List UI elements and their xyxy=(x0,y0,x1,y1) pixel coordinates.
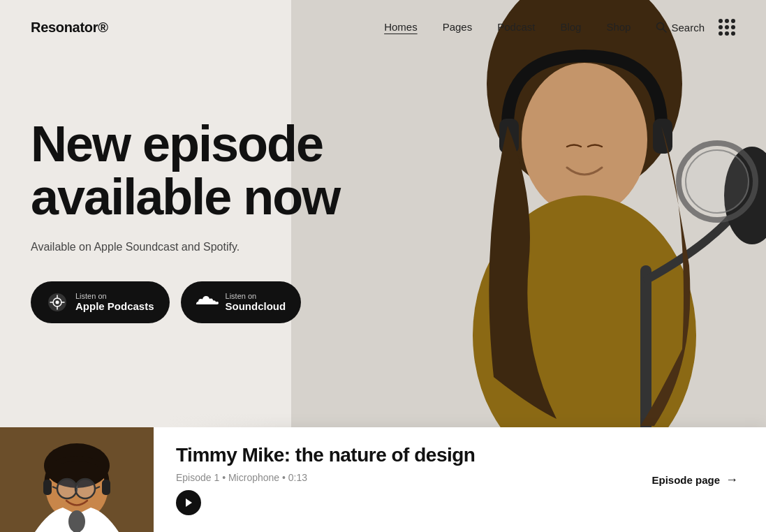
episode-meta: Episode 1 • Microphone • 0:13 xyxy=(176,472,601,483)
episode-info: Timmy Mike: the nature of design Episode… xyxy=(154,427,624,532)
hero-subtitle: Available on Apple Soundcast and Spotify… xyxy=(31,241,423,253)
nav-item-shop[interactable]: Shop xyxy=(606,21,631,34)
episode-title: Timmy Mike: the nature of design xyxy=(176,444,601,466)
soundcloud-text: Listen on Soundcloud xyxy=(226,292,286,312)
search-label: Search xyxy=(671,22,705,34)
svg-point-23 xyxy=(75,479,95,498)
svg-rect-8 xyxy=(653,119,672,154)
episode-thumbnail xyxy=(0,427,154,532)
svg-point-12 xyxy=(686,150,749,213)
play-button[interactable] xyxy=(176,490,201,515)
episode-thumbnail-image xyxy=(0,427,154,532)
search-button[interactable]: Search xyxy=(656,22,705,34)
nav-item-pages[interactable]: Pages xyxy=(443,21,473,34)
soundcloud-platform-label: Soundcloud xyxy=(226,300,286,312)
apple-podcasts-platform-label: Apple Podcasts xyxy=(75,300,154,312)
episode-page-link[interactable]: Episode page → xyxy=(624,427,766,532)
svg-rect-28 xyxy=(102,480,110,495)
svg-marker-31 xyxy=(186,498,192,507)
nav-link-shop[interactable]: Shop xyxy=(606,21,631,33)
svg-point-4 xyxy=(522,63,647,216)
episode-page-label: Episode page xyxy=(651,474,720,486)
soundcloud-listen-label: Listen on xyxy=(226,292,286,300)
nav-link-homes[interactable]: Homes xyxy=(384,21,418,33)
svg-rect-9 xyxy=(640,265,651,427)
soundcloud-icon xyxy=(196,291,219,313)
hero-section: New episode available now Available on A… xyxy=(0,0,766,427)
svg-line-1 xyxy=(663,29,667,33)
nav-links: Homes Pages Podcast Blog Shop xyxy=(384,21,631,34)
apple-podcasts-icon xyxy=(46,291,68,313)
grid-menu-icon[interactable] xyxy=(719,19,735,36)
nav-link-blog[interactable]: Blog xyxy=(560,21,581,33)
nav-item-blog[interactable]: Blog xyxy=(560,21,581,34)
nav-link-podcast[interactable]: Podcast xyxy=(497,21,535,33)
episode-play-area xyxy=(176,490,601,515)
soundcloud-button[interactable]: Listen on Soundcloud xyxy=(181,281,302,323)
svg-point-30 xyxy=(68,510,85,532)
nav-item-podcast[interactable]: Podcast xyxy=(497,21,535,34)
play-icon xyxy=(184,498,193,508)
search-icon xyxy=(656,22,667,33)
svg-rect-27 xyxy=(43,480,52,495)
apple-podcasts-button[interactable]: Listen on Apple Podcasts xyxy=(31,281,170,323)
apple-podcasts-text: Listen on Apple Podcasts xyxy=(75,292,154,312)
hero-title: New episode available now xyxy=(31,118,423,223)
apple-podcasts-listen-label: Listen on xyxy=(75,292,154,300)
navigation: Resonator® Homes Pages Podcast Blog Shop… xyxy=(0,0,766,54)
nav-link-pages[interactable]: Pages xyxy=(443,21,473,33)
hero-cta-buttons: Listen on Apple Podcasts Listen on Sound… xyxy=(31,281,423,323)
arrow-right-icon: → xyxy=(726,473,738,487)
brand-logo[interactable]: Resonator® xyxy=(31,20,108,36)
hero-content: New episode available now Available on A… xyxy=(0,0,454,427)
svg-point-22 xyxy=(57,479,77,498)
nav-item-homes[interactable]: Homes xyxy=(384,21,418,34)
svg-point-15 xyxy=(56,300,59,304)
episode-card: Timmy Mike: the nature of design Episode… xyxy=(0,427,766,532)
